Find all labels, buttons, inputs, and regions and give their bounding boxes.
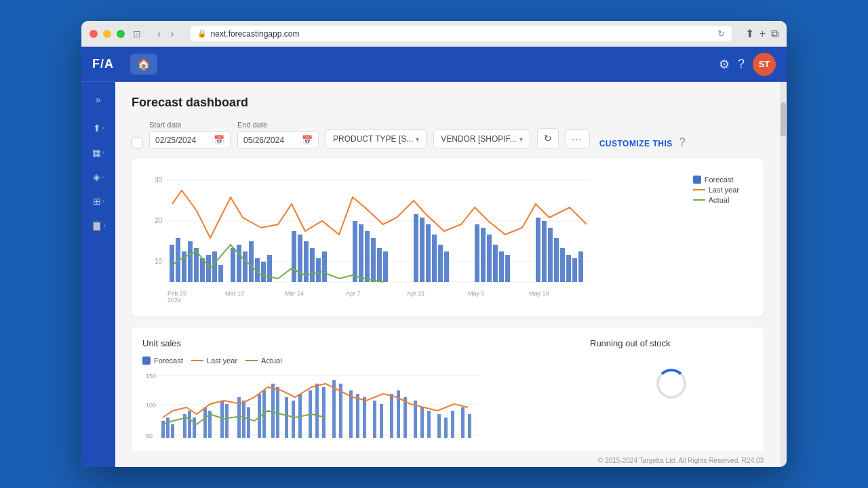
svg-rect-25 [304, 241, 309, 282]
svg-rect-35 [414, 214, 418, 282]
page-title: Forecast dashboard [132, 96, 764, 110]
address-bar[interactable]: 🔒 next.forecastingapp.com ↻ [191, 26, 732, 41]
close-dot[interactable] [90, 30, 98, 38]
svg-rect-101 [403, 397, 407, 438]
svg-rect-43 [487, 235, 492, 282]
sidebar-item-docs[interactable]: 📋 › [85, 215, 111, 237]
vendor-dropdown[interactable]: VENDOR [SHOPIF... ▾ [433, 129, 530, 148]
svg-rect-95 [356, 394, 359, 438]
sidebar-item-grid[interactable]: ⊞ › [85, 190, 111, 212]
home-button[interactable]: 🏠 [130, 54, 157, 75]
refresh-icon[interactable]: ↻ [717, 28, 725, 39]
sidebar-item-expand-1: › [102, 125, 104, 131]
forward-button[interactable]: › [167, 26, 176, 41]
svg-rect-98 [380, 404, 383, 438]
svg-text:Apr 7: Apr 7 [346, 290, 361, 297]
svg-rect-26 [310, 248, 315, 282]
maximize-dot[interactable] [117, 30, 125, 38]
footer-text: © 2015-2024 Targetta Ltd. All Rights Res… [598, 457, 764, 464]
svg-rect-106 [444, 418, 448, 438]
svg-rect-50 [554, 238, 559, 282]
start-date-input[interactable]: 📅 [149, 131, 231, 148]
svg-rect-19 [249, 241, 254, 282]
start-date-field[interactable] [155, 136, 210, 145]
product-type-dropdown[interactable]: PRODUCT TYPE [S... ▾ [326, 129, 427, 148]
start-date-label: Start date [149, 121, 231, 129]
tabs-icon[interactable]: ⊡ [133, 28, 141, 39]
svg-rect-73 [188, 411, 191, 438]
grid-icon: ⊞ [93, 196, 101, 207]
settings-button[interactable]: ⚙ [719, 57, 730, 72]
cube-icon: ◈ [93, 171, 100, 182]
scrollbar-track[interactable] [780, 82, 787, 467]
end-date-calendar-icon[interactable]: 📅 [302, 135, 313, 145]
sidebar-collapse-button[interactable]: » [92, 90, 105, 109]
svg-text:50: 50 [146, 432, 153, 439]
browser-titlebar: ⊡ ‹ › 🔒 next.forecastingapp.com ↻ ⬆ + ⧉ [81, 21, 787, 47]
share-button[interactable]: ⬆ [745, 27, 754, 40]
content-area: Forecast dashboard Start date 📅 [115, 82, 780, 451]
svg-rect-34 [383, 251, 388, 282]
last-year-2-label: Last year [207, 357, 237, 365]
lock-icon: 🔒 [197, 29, 207, 38]
svg-rect-81 [247, 407, 250, 438]
customize-help-button[interactable]: ? [679, 136, 686, 148]
svg-rect-27 [316, 258, 321, 282]
legend-last-year: Last year [693, 186, 739, 194]
loading-spinner-wrap [590, 357, 753, 411]
tabs-button[interactable]: ⧉ [771, 28, 778, 40]
svg-text:10: 10 [155, 258, 163, 265]
sidebar-item-expand-2: › [102, 149, 104, 156]
browser-window: ⊡ ‹ › 🔒 next.forecastingapp.com ↻ ⬆ + ⧉ … [81, 21, 787, 467]
svg-rect-21 [261, 262, 266, 282]
svg-rect-99 [390, 394, 393, 438]
help-button[interactable]: ? [738, 57, 745, 71]
end-date-field[interactable] [243, 136, 298, 145]
svg-rect-17 [237, 245, 241, 282]
chart-card-1: Forecast Last year Actual [132, 159, 764, 317]
forecast-2-label: Forecast [154, 357, 183, 365]
top-nav: F/A 🏠 ⚙ ? ST [81, 47, 787, 82]
sidebar: » ⬆ › ▦ › ◈ › ⊞ › 📋 [81, 82, 115, 467]
main-layout: » ⬆ › ▦ › ◈ › ⊞ › 📋 [81, 82, 787, 467]
back-button[interactable]: ‹ [155, 26, 163, 41]
product-type-label: PRODUCT TYPE [S... [333, 134, 413, 144]
svg-rect-47 [536, 218, 540, 282]
legend-actual-2: Actual [245, 357, 282, 365]
svg-rect-28 [322, 251, 327, 282]
svg-rect-105 [437, 414, 441, 438]
svg-rect-74 [193, 418, 196, 438]
select-all-checkbox[interactable] [132, 138, 142, 148]
start-date-calendar-icon[interactable]: 📅 [214, 135, 224, 145]
sidebar-item-data[interactable]: ▦ › [85, 142, 111, 163]
svg-rect-18 [243, 251, 248, 282]
forecast-2-color-box [142, 357, 151, 365]
svg-rect-90 [315, 384, 319, 438]
legend-forecast: Forecast [693, 176, 739, 184]
data-icon: ▦ [92, 147, 101, 158]
user-avatar[interactable]: ST [753, 53, 776, 76]
chart-2-svg: 150 100 50 [142, 370, 481, 451]
actual-2-color-line [245, 360, 258, 361]
content-footer: © 2015-2024 Targetta Ltd. All Rights Res… [115, 451, 780, 467]
svg-rect-42 [481, 228, 486, 282]
legend-actual: Actual [693, 196, 739, 204]
svg-rect-37 [426, 224, 431, 282]
svg-rect-16 [231, 248, 235, 282]
refresh-button[interactable]: ↻ [537, 128, 559, 148]
chart-1-svg: 30 20 10 [142, 170, 604, 306]
svg-text:Feb 25: Feb 25 [167, 290, 186, 297]
svg-rect-71 [171, 424, 174, 438]
browser-nav: ‹ › [155, 26, 177, 41]
svg-text:Mar 24: Mar 24 [285, 290, 304, 297]
more-options-button[interactable]: ··· [566, 129, 590, 148]
sidebar-item-cube[interactable]: ◈ › [85, 166, 111, 188]
end-date-input[interactable]: 📅 [237, 131, 319, 148]
new-tab-button[interactable]: + [760, 28, 766, 40]
end-date-label: End date [237, 121, 319, 129]
scrollbar-thumb[interactable] [781, 102, 786, 136]
customize-button[interactable]: CUSTOMIZE THIS [599, 139, 673, 148]
svg-rect-51 [560, 248, 565, 282]
sidebar-item-upload[interactable]: ⬆ › [85, 117, 111, 139]
minimize-dot[interactable] [103, 30, 111, 38]
